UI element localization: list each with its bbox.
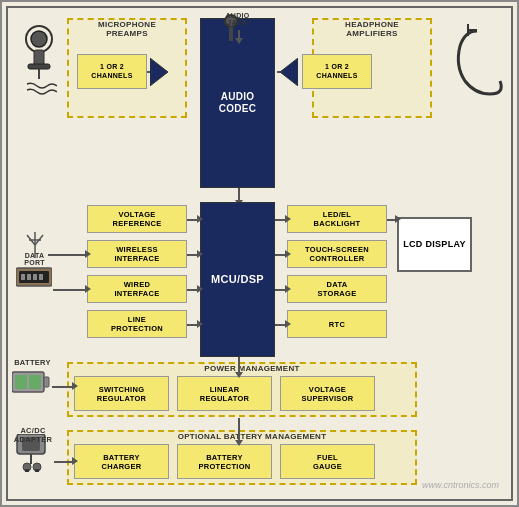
battery-label: BATTERY bbox=[10, 358, 55, 367]
svg-rect-15 bbox=[27, 274, 31, 280]
arrow-adapter-charger bbox=[54, 461, 74, 463]
touch-screen-block: TOUCH-SCREEN CONTROLLER bbox=[287, 240, 387, 268]
arrowhead-led-lcd bbox=[395, 215, 401, 223]
svg-point-3 bbox=[31, 31, 47, 47]
audio-jack-label: AUDIO JACK bbox=[210, 12, 265, 26]
arrow-battery-charger bbox=[52, 386, 74, 388]
voltage-supervisor-block: VOLTAGE SUPERVISOR bbox=[280, 376, 375, 411]
arrowhead-jack-down bbox=[235, 38, 243, 44]
arrowhead-adapter bbox=[72, 457, 78, 465]
arrowhead-mcu-rtc bbox=[285, 320, 291, 328]
svg-rect-25 bbox=[15, 375, 27, 389]
arrowhead-dataport-wired bbox=[85, 285, 91, 293]
battery-protection-block: BATTERY PROTECTION bbox=[177, 444, 272, 479]
svg-rect-16 bbox=[33, 274, 37, 280]
channels-right-block: 1 OR 2 CHANNELS bbox=[302, 54, 372, 89]
svg-rect-5 bbox=[28, 64, 50, 69]
arrowhead-battery bbox=[72, 382, 78, 390]
line-protection-block: LINE PROTECTION bbox=[87, 310, 187, 338]
mcu-dsp-block: MCU/DSP bbox=[200, 202, 275, 357]
fuel-gauge-block: FUEL GAUGE bbox=[280, 444, 375, 479]
svg-marker-1 bbox=[280, 58, 298, 86]
arrow-dataport-wired bbox=[53, 289, 87, 291]
arrowhead-mcu-power bbox=[235, 372, 243, 378]
amp-right-icon bbox=[280, 58, 298, 86]
stethoscope-icon bbox=[450, 16, 505, 106]
rtc-block: RTC bbox=[287, 310, 387, 338]
wired-interface-block: WIRED INTERFACE bbox=[87, 275, 187, 303]
svg-rect-17 bbox=[39, 274, 43, 280]
antenna-icon bbox=[24, 230, 46, 258]
voltage-reference-block: VOLTAGE REFERENCE bbox=[87, 205, 187, 233]
arrow-ch-left-amp bbox=[147, 71, 150, 73]
ac-dc-adapter-label: AC/DC ADAPTER bbox=[8, 426, 58, 444]
battery-charger-block: BATTERY CHARGER bbox=[74, 444, 169, 479]
arrowhead-wireless-mcu bbox=[197, 250, 203, 258]
microphone-icon bbox=[22, 24, 57, 104]
lcd-display-block: LCD DISPLAY bbox=[397, 217, 472, 272]
wireless-interface-block: WIRELESS INTERFACE bbox=[87, 240, 187, 268]
arrowhead-mcu-led bbox=[285, 215, 291, 223]
svg-rect-32 bbox=[25, 469, 29, 472]
headphone-amplifiers-label: HEADPHONE AMPLIFIERS bbox=[317, 20, 427, 38]
data-port-icon bbox=[16, 266, 52, 292]
arrow-codec-ampright bbox=[277, 71, 280, 73]
svg-rect-14 bbox=[21, 274, 25, 280]
optional-battery-label: OPTIONAL BATTERY MANAGEMENT bbox=[122, 432, 382, 441]
svg-rect-33 bbox=[35, 469, 39, 472]
arrowhead-mcu-touch bbox=[285, 250, 291, 258]
watermark: www.cntronics.com bbox=[422, 480, 499, 490]
arrowhead-voltref-mcu bbox=[197, 215, 203, 223]
power-management-label: POWER MANAGEMENT bbox=[152, 364, 352, 373]
arrowhead-power-battery bbox=[235, 440, 243, 446]
arrowhead-mcu-datastorage bbox=[285, 285, 291, 293]
arrowhead-antenna-wireless bbox=[85, 250, 91, 258]
diagram-container: MICROPHONE PREAMPS HEADPHONE AMPLIFIERS … bbox=[0, 0, 519, 507]
svg-marker-0 bbox=[150, 58, 168, 86]
svg-rect-26 bbox=[29, 375, 41, 389]
amp-left-icon bbox=[150, 58, 168, 86]
arrowhead-lineprotect-mcu bbox=[197, 320, 203, 328]
led-backlight-block: LED/EL BACKLIGHT bbox=[287, 205, 387, 233]
arrow-antenna-wireless bbox=[48, 254, 87, 256]
channels-left-block: 1 OR 2 CHANNELS bbox=[77, 54, 147, 89]
battery-icon bbox=[12, 368, 50, 396]
linear-regulator-block: LINEAR REGULATOR bbox=[177, 376, 272, 411]
arrowhead-wired-mcu bbox=[197, 285, 203, 293]
microphone-preamps-label: MICROPHONE PREAMPS bbox=[72, 20, 182, 38]
data-storage-block: DATA STORAGE bbox=[287, 275, 387, 303]
switching-regulator-block: SWITCHING REGULATOR bbox=[74, 376, 169, 411]
svg-rect-24 bbox=[44, 377, 49, 387]
